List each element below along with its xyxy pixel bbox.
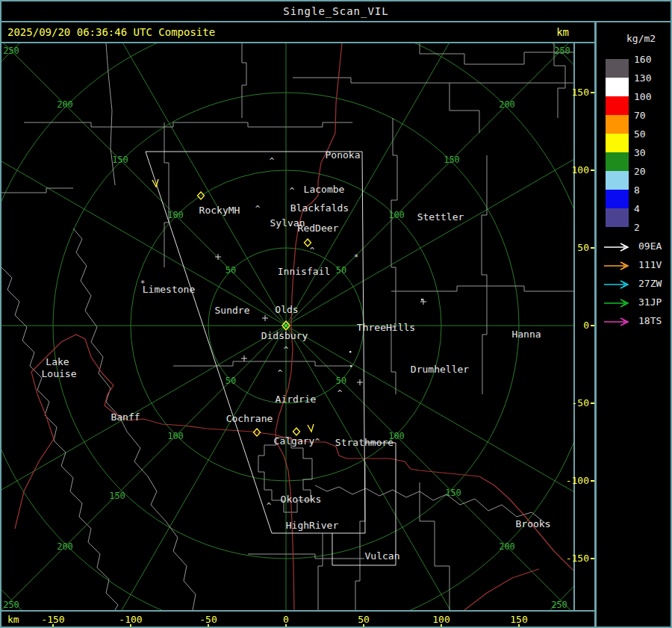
caret-marker: ^ <box>310 246 315 255</box>
county-boundary <box>482 155 487 394</box>
ring-distance-label: 250 <box>551 600 567 610</box>
radar-legend-item: 27ZW <box>603 279 632 289</box>
bottom-axis-tick <box>363 624 364 628</box>
dot-marker <box>349 351 351 352</box>
radar-legend-item: 111V <box>603 260 632 270</box>
county-boundary <box>318 533 323 610</box>
title-bar: Single_Scan_VIL <box>1 1 671 22</box>
right-distance-axis: 150100500-50-100-150 <box>573 43 596 610</box>
county-boundary <box>420 482 449 610</box>
city-label: Lake <box>46 356 69 367</box>
radar-map-svg: 5010015020025050100150200250501001502002… <box>1 43 573 610</box>
colorbar-swatch <box>606 208 629 227</box>
ring-distance-label: 250 <box>554 46 570 56</box>
ring-distance-label: 150 <box>444 155 460 165</box>
city-label: Ponoka <box>326 149 361 161</box>
caret-marker: ^ <box>278 368 283 378</box>
status-bar: 2025/09/20 06:36:46 UTC Composite km <box>1 22 594 43</box>
city-label: Cochrane <box>226 413 273 424</box>
colorbar-units-label: kg/m2 <box>626 33 656 44</box>
city-label: ThreeHills <box>357 322 415 333</box>
highway-line <box>464 569 539 610</box>
ring-distance-label: 150 <box>445 488 461 498</box>
colorbar-value: 100 <box>634 92 651 102</box>
bottom-axis-tick <box>52 624 54 628</box>
dot-marker <box>421 299 423 300</box>
bottom-axis-tick <box>518 624 520 628</box>
radar-id-label: 27ZW <box>638 279 662 288</box>
bottom-axis-tick-label: 50 <box>341 614 386 625</box>
city-label: Olds <box>275 304 298 315</box>
city-label: Hanna <box>511 329 541 340</box>
colorbar-swatch <box>606 134 629 152</box>
bottom-axis-tick-label: -150 <box>31 614 75 625</box>
colorbar-swatch <box>606 152 629 171</box>
county-boundary <box>1 267 118 610</box>
city-label: Banff <box>111 411 140 423</box>
dot-marker <box>350 365 352 367</box>
ring-distance-label: 50 <box>336 376 346 386</box>
county-boundary <box>315 485 547 524</box>
bottom-axis-tick-label: 100 <box>419 614 464 625</box>
radar-arrow-icon <box>603 279 632 290</box>
radar-id-label: 18TS <box>638 316 662 326</box>
ring-distance-label: 250 <box>3 46 19 56</box>
county-boundary <box>391 118 397 394</box>
county-boundary <box>391 286 573 291</box>
bottom-axis-tick <box>208 624 209 628</box>
city-label: Calgary <box>274 435 315 447</box>
height-unit-label: km <box>556 26 569 38</box>
colorbar-value: 30 <box>634 148 646 158</box>
cell-motion-arrow <box>308 424 314 432</box>
page-title: Single_Scan_VIL <box>283 5 388 17</box>
colorbar-value: 2 <box>634 223 640 233</box>
ring-distance-label: 200 <box>499 541 515 552</box>
cell-marker-diamond <box>293 428 300 435</box>
ring-distance-label: 50 <box>225 376 236 386</box>
colorbar-swatch <box>606 115 629 134</box>
radar-arrow-icon <box>603 261 632 271</box>
radar-id-label: 31JP <box>638 297 662 307</box>
caret-marker: ^ <box>337 388 343 398</box>
ring-distance-label: 100 <box>388 210 405 220</box>
county-boundary <box>24 122 352 127</box>
radar-legend-item: 18TS <box>603 316 632 326</box>
range-radial <box>1 326 286 535</box>
highway-line <box>291 439 573 571</box>
range-radial <box>77 326 286 610</box>
city-label: Stettler <box>417 211 464 223</box>
ring-distance-label: 100 <box>167 210 184 220</box>
right-axis-tick-label: 50 <box>577 243 589 253</box>
colorbar-swatch <box>606 171 629 190</box>
caret-marker: ^ <box>270 156 275 166</box>
radar-arrow-icon <box>603 298 632 308</box>
radar-id-label: 111V <box>638 260 662 270</box>
county-boundary <box>164 122 169 267</box>
caret-marker: ^ <box>267 501 272 511</box>
county-boundary <box>355 461 365 610</box>
radar-centre-dot <box>284 324 287 327</box>
caret-marker: ^ <box>315 437 320 447</box>
county-boundary <box>449 83 479 133</box>
ring-distance-label: 200 <box>57 99 73 110</box>
caret-marker: ^ <box>255 204 261 214</box>
ring-distance-label: 50 <box>336 265 346 276</box>
city-label: Blackfalds <box>290 202 349 214</box>
legend-panel: kg/m2 16013010070503020842 09EA111V27ZW3… <box>594 22 672 628</box>
city-label: Louise <box>42 368 77 379</box>
radar-map-canvas[interactable]: 5010015020025050100150200250501001502002… <box>1 43 573 610</box>
city-label: RedDeer <box>298 223 339 234</box>
colorbar-value: 70 <box>634 111 646 121</box>
city-label: Strathmore <box>335 437 393 448</box>
city-label: Lacombe <box>304 184 345 195</box>
radar-id-label: 09EA <box>638 241 662 251</box>
ring-distance-label: 50 <box>225 265 236 276</box>
colorbar-value: 160 <box>634 55 651 65</box>
colorbar-value: 50 <box>634 129 646 140</box>
colorbar-swatch <box>606 59 629 78</box>
range-radial <box>286 326 573 535</box>
ring-distance-label: 200 <box>57 541 73 552</box>
bottom-axis-tick-label: 0 <box>264 614 308 625</box>
city-label: HighRiver <box>286 520 339 531</box>
bottom-axis-tick-label: 150 <box>497 614 541 625</box>
